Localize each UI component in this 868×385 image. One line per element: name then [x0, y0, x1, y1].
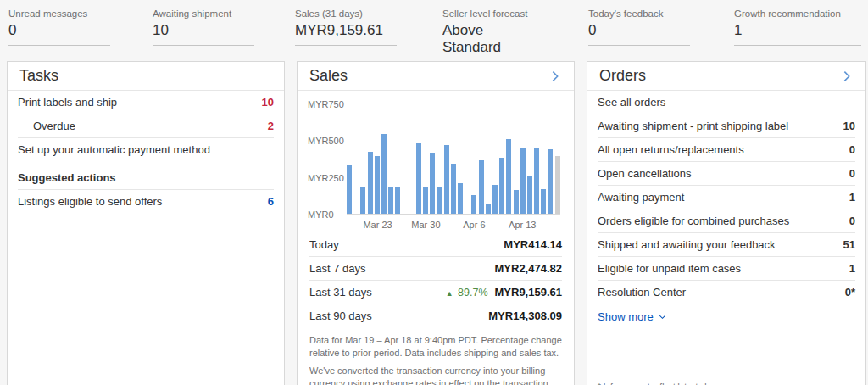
- chart-bar[interactable]: [492, 185, 498, 214]
- sales-period-label: Today: [309, 238, 339, 251]
- list-item[interactable]: Open cancellations0: [598, 162, 855, 185]
- list-item[interactable]: Overdue2: [18, 114, 274, 137]
- list-item-label: Awaiting payment: [598, 191, 684, 204]
- chart-bar[interactable]: [499, 158, 504, 214]
- chart-bar[interactable]: [388, 187, 393, 214]
- chart-bar[interactable]: [514, 190, 519, 214]
- list-item-count: 6: [268, 195, 274, 208]
- orders-panel: Orders See all ordersAwaiting shipment -…: [587, 61, 866, 385]
- stat-today-s-feedback: Today's feedback0: [588, 8, 690, 46]
- sales-summary-row[interactable]: Last 90 daysMYR14,308.09: [309, 304, 562, 327]
- list-item[interactable]: Set up your automatic payment method: [18, 138, 274, 161]
- orders-title: Orders: [599, 67, 646, 85]
- chart-bar[interactable]: [416, 143, 421, 214]
- chevron-right-icon[interactable]: [548, 70, 562, 83]
- chart-bar[interactable]: [506, 139, 511, 214]
- stat-label: Unread messages: [8, 8, 110, 19]
- show-more-link[interactable]: Show more: [598, 304, 855, 330]
- list-item-label: Resolution Center: [598, 286, 686, 299]
- tasks-list: Print labels and ship10Overdue2Set up yo…: [8, 91, 284, 213]
- list-item[interactable]: Shipped and awaiting your feedback51: [598, 233, 855, 256]
- list-item[interactable]: Orders eligible for combined purchases0: [598, 209, 855, 232]
- list-item-label: Open cancellations: [598, 167, 692, 180]
- sales-period-amount: MYR414.14: [504, 238, 562, 251]
- chart-bar[interactable]: [527, 176, 532, 214]
- stat-value[interactable]: MYR9,159.61: [295, 22, 397, 46]
- chart-bar[interactable]: [430, 153, 435, 214]
- sales-period-value-group: MYR414.14: [504, 238, 562, 251]
- list-item-count: 0: [849, 143, 855, 156]
- chart-bar[interactable]: [458, 183, 463, 214]
- list-item-label: See all orders: [598, 96, 665, 109]
- list-item[interactable]: Awaiting shipment - print shipping label…: [598, 114, 855, 137]
- list-item-count: 0: [849, 167, 855, 180]
- chart-bar[interactable]: [471, 195, 476, 214]
- stat-label: Today's feedback: [588, 8, 690, 19]
- chart-bar[interactable]: [437, 187, 442, 214]
- sales-header: Sales: [298, 62, 574, 91]
- sales-footnote: Data for Mar 19 – Apr 18 at 9:40pm PDT. …: [309, 334, 562, 359]
- chart-bar[interactable]: [381, 134, 387, 214]
- stat-value[interactable]: 0: [8, 22, 110, 46]
- sales-footnote: We've converted the transaction currency…: [309, 365, 562, 385]
- sales-change-percent: ▲ 89.7%: [446, 287, 488, 299]
- chart-bar-today[interactable]: [555, 156, 560, 214]
- list-item[interactable]: Eligible for unpaid item cases1: [598, 257, 855, 280]
- chart-bar[interactable]: [444, 145, 449, 214]
- list-item-label: Set up your automatic payment method: [18, 143, 210, 156]
- chart-bar[interactable]: [375, 156, 380, 214]
- chart-bar[interactable]: [451, 164, 456, 214]
- list-item-count: 10: [262, 96, 274, 109]
- chart-bar[interactable]: [486, 204, 491, 214]
- sales-summary-row[interactable]: Last 31 days▲ 89.7%MYR9,159.61: [309, 280, 562, 304]
- list-item[interactable]: Print labels and ship10: [18, 91, 274, 114]
- stat-label: Awaiting shipment: [153, 8, 254, 19]
- chart-bar[interactable]: [520, 148, 526, 214]
- list-item[interactable]: See all orders: [598, 91, 855, 114]
- sales-summary-row[interactable]: TodayMYR414.14: [309, 233, 562, 256]
- summary-stats-bar: Unread messages0Awaiting shipment10Sales…: [0, 0, 868, 54]
- x-axis-label: Mar 23: [363, 220, 392, 230]
- list-item-count: 0*: [845, 286, 855, 299]
- chart-bar[interactable]: [548, 149, 553, 214]
- list-item-label: Eligible for unpaid item cases: [598, 262, 741, 275]
- chart-plot-area: [347, 104, 560, 215]
- list-item-count: 1: [849, 262, 855, 275]
- stat-growth-recommendation: Growth recommendation1: [734, 8, 861, 46]
- chart-bar[interactable]: [479, 160, 484, 214]
- chart-bar[interactable]: [541, 189, 546, 214]
- stat-sales-31-days-: Sales (31 days)MYR9,159.61: [295, 8, 397, 46]
- sales-period-amount: MYR14,308.09: [488, 310, 562, 322]
- stat-awaiting-shipment: Awaiting shipment10: [153, 8, 254, 46]
- sales-footnotes: Data for Mar 19 – Apr 18 at 9:40pm PDT. …: [298, 327, 574, 385]
- sales-period-amount: MYR2,474.82: [495, 262, 563, 275]
- chart-bar[interactable]: [534, 148, 539, 214]
- stat-value[interactable]: 1: [734, 22, 861, 46]
- orders-list: See all ordersAwaiting shipment - print …: [587, 91, 865, 330]
- sales-summary-row[interactable]: Last 7 daysMYR2,474.82: [309, 256, 562, 280]
- stat-value[interactable]: 10: [153, 22, 254, 46]
- sales-title: Sales: [309, 67, 348, 85]
- chart-bar[interactable]: [423, 187, 428, 214]
- chart-bar[interactable]: [395, 187, 400, 214]
- list-item-label: Suggested actions: [18, 171, 116, 184]
- y-axis-label: MYR250: [308, 173, 347, 183]
- list-item[interactable]: Resolution Center0*: [598, 281, 855, 304]
- list-item-label: Orders eligible for combined purchases: [598, 215, 789, 227]
- stat-value[interactable]: Above Standard: [442, 22, 544, 63]
- orders-header: Orders: [587, 62, 865, 91]
- stat-value[interactable]: 0: [588, 22, 690, 46]
- chart-bar[interactable]: [360, 187, 365, 214]
- chart-bar[interactable]: [347, 165, 352, 214]
- list-item[interactable]: All open returns/replacements0: [598, 138, 855, 161]
- chart-bar[interactable]: [368, 152, 373, 214]
- list-item-count: 10: [843, 120, 855, 132]
- list-item-count: 0: [849, 215, 855, 227]
- list-item: Suggested actions: [18, 166, 274, 189]
- list-item[interactable]: Listings eligible to send offers6: [18, 190, 274, 213]
- list-item[interactable]: Awaiting payment1: [598, 186, 855, 209]
- chevron-right-icon[interactable]: [840, 70, 854, 83]
- sales-period-label: Last 90 days: [309, 310, 372, 322]
- sales-period-value-group: ▲ 89.7%MYR9,159.61: [446, 286, 562, 299]
- seller-hub-overview: Unread messages0Awaiting shipment10Sales…: [0, 0, 868, 385]
